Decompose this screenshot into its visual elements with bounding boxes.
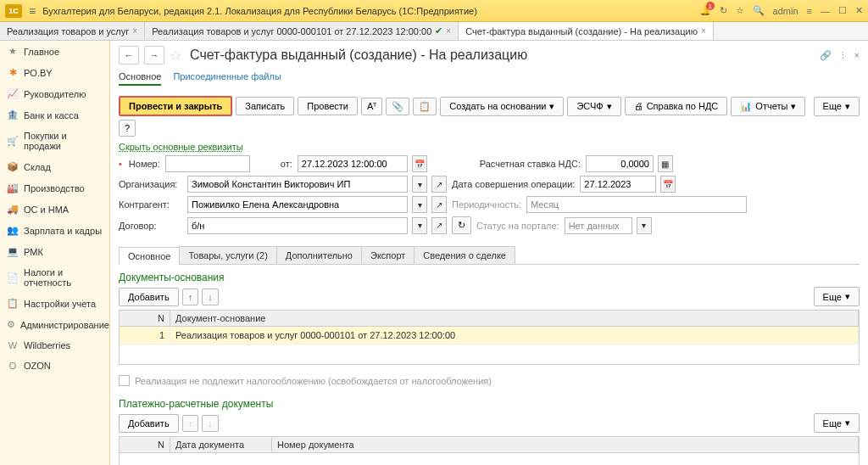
post-close-button[interactable]: Провести и закрыть — [119, 96, 232, 116]
sidebar-item[interactable]: 🏦Банк и касса — [0, 104, 109, 126]
tax-free-checkbox[interactable] — [119, 375, 130, 386]
rate-input[interactable] — [586, 155, 654, 172]
star-icon[interactable]: ☆ — [736, 5, 744, 16]
refresh-button[interactable]: ↻ — [452, 216, 471, 234]
move-down-button: ↓ — [202, 415, 219, 432]
payments-table: NДата документаНомер документа — [119, 436, 860, 465]
sidebar-item[interactable]: ★Главное — [0, 41, 109, 62]
sidebar-item[interactable]: 🚚ОС и НМА — [0, 199, 109, 220]
app-logo: 1C — [5, 4, 22, 18]
close-doc-icon[interactable]: × — [854, 50, 860, 61]
menu-icon[interactable]: ≡ — [29, 4, 36, 18]
help-button[interactable]: 🖨 Справка по НДС — [625, 97, 728, 115]
reports-button[interactable]: 📊 Отчеты ▾ — [731, 97, 805, 116]
calendar-icon[interactable]: 📅 — [660, 176, 676, 193]
content: ← → ☆ Счет-фактура выданный (создание) -… — [110, 41, 868, 465]
close-icon[interactable]: × — [132, 26, 137, 36]
document-title: Счет-фактура выданный (создание) - На ре… — [190, 48, 527, 63]
calendar-icon[interactable]: 📅 — [412, 155, 427, 172]
org-input[interactable] — [187, 176, 408, 193]
eschf-button[interactable]: ЭСЧФ ▾ — [567, 97, 620, 116]
toolbar: Провести и закрыть Записать Провести Аᵀ … — [110, 91, 868, 142]
inner-tab[interactable]: Экспорт — [361, 246, 415, 264]
period-input — [526, 196, 747, 213]
more-button[interactable]: Еще ▾ — [814, 97, 860, 116]
history-icon[interactable]: ↻ — [720, 5, 727, 16]
search-icon[interactable]: 🔍 — [753, 5, 765, 16]
settings-icon[interactable]: ≡ — [807, 6, 812, 16]
inner-tab[interactable]: Сведения о сделке — [414, 246, 515, 264]
bell-icon[interactable]: 🔔1 — [699, 5, 711, 16]
move-up-button: ↑ — [182, 415, 199, 432]
tool-3[interactable]: 📋 — [413, 98, 437, 115]
tabbar: Реализация товаров и услуг× Реализация т… — [0, 22, 868, 41]
contr-input[interactable] — [187, 196, 408, 213]
close-icon[interactable]: ✕ — [855, 5, 863, 16]
sidebar-item[interactable]: OOZON — [0, 356, 109, 376]
subtab-files[interactable]: Присоединенные файлы — [173, 71, 281, 86]
close-icon[interactable]: × — [701, 26, 706, 36]
hide-details-link[interactable]: Скрыть основные реквизиты — [110, 142, 868, 152]
more-basis-button[interactable]: Еще ▾ — [814, 287, 860, 306]
sidebar-item[interactable]: 👥Зарплата и кадры — [0, 220, 109, 241]
basis-table: NДокумент-основание 1Реализация товаров … — [119, 310, 860, 365]
section-payments-title: Платежно-расчетные документы — [119, 398, 860, 410]
more-icon[interactable]: ⋮ — [838, 50, 848, 61]
tab-0[interactable]: Реализация товаров и услуг× — [0, 22, 145, 40]
save-button[interactable]: Записать — [236, 97, 294, 115]
post-button[interactable]: Провести — [298, 97, 358, 115]
add-payment-button[interactable]: Добавить — [119, 414, 179, 433]
close-icon[interactable]: × — [446, 26, 451, 36]
app-title: Бухгалтерия для Беларуси, редакция 2.1. … — [42, 6, 692, 16]
inner-tab[interactable]: Товары, услуги (2) — [179, 246, 276, 264]
link-icon[interactable]: 🔗 — [820, 50, 832, 61]
subtab-main[interactable]: Основное — [119, 71, 161, 86]
move-down-button[interactable]: ↓ — [202, 289, 219, 305]
sidebar-item[interactable]: ⚙Администрирование — [0, 314, 109, 335]
number-input[interactable] — [165, 155, 250, 172]
sidebar-item[interactable]: 📦Склад — [0, 156, 109, 177]
sidebar-item[interactable]: 🛒Покупки и продажи — [0, 126, 109, 156]
sidebar-item[interactable]: 🏭Производство — [0, 177, 109, 199]
sidebar-item[interactable]: 📋Настройки учета — [0, 293, 109, 314]
inner-tab[interactable]: Основное — [119, 247, 180, 265]
sidebar-item[interactable]: ✱PO.BY — [0, 62, 109, 83]
more-payment-button[interactable]: Еще ▾ — [814, 413, 860, 433]
status-input — [565, 217, 632, 234]
inner-tab[interactable]: Дополнительно — [276, 246, 362, 264]
move-up-button[interactable]: ↑ — [182, 289, 199, 305]
tab-1[interactable]: Реализация товаров и услуг 0000-000101 о… — [145, 22, 459, 40]
sidebar-item[interactable]: 💻РМК — [0, 241, 109, 262]
create-basis-button[interactable]: Создать на основании ▾ — [440, 97, 564, 116]
opdate-input[interactable] — [580, 176, 656, 193]
maximize-icon[interactable]: ☐ — [838, 5, 847, 16]
date-input[interactable] — [298, 155, 408, 172]
help-q-button[interactable]: ? — [119, 120, 136, 137]
user-label[interactable]: admin — [773, 6, 798, 16]
dogovor-input[interactable] — [187, 217, 408, 234]
table-row[interactable]: 1Реализация товаров и услуг 0000-000101 … — [120, 327, 859, 345]
add-basis-button[interactable]: Добавить — [119, 288, 179, 306]
sidebar-item[interactable]: 📈Руководителю — [0, 83, 109, 104]
sidebar: ★Главное✱PO.BY📈Руководителю🏦Банк и касса… — [0, 41, 110, 465]
number-label: Номер: — [129, 159, 160, 169]
favorite-icon[interactable]: ☆ — [170, 48, 181, 64]
topbar: 1C ≡ Бухгалтерия для Беларуси, редакция … — [0, 0, 868, 22]
sidebar-item[interactable]: WWildberries — [0, 335, 109, 356]
tool-1[interactable]: Аᵀ — [361, 98, 382, 115]
back-button[interactable]: ← — [119, 46, 139, 64]
attach-button[interactable]: 📎 — [386, 98, 409, 115]
minimize-icon[interactable]: — — [821, 6, 830, 16]
sidebar-item[interactable]: 📄Налоги и отчетность — [0, 262, 109, 293]
tab-2[interactable]: Счет-фактура выданный (создание) - На ре… — [459, 22, 714, 40]
calc-icon[interactable]: ▦ — [658, 155, 673, 172]
forward-button[interactable]: → — [144, 46, 164, 64]
section-basis-title: Документы-основания — [119, 272, 860, 283]
